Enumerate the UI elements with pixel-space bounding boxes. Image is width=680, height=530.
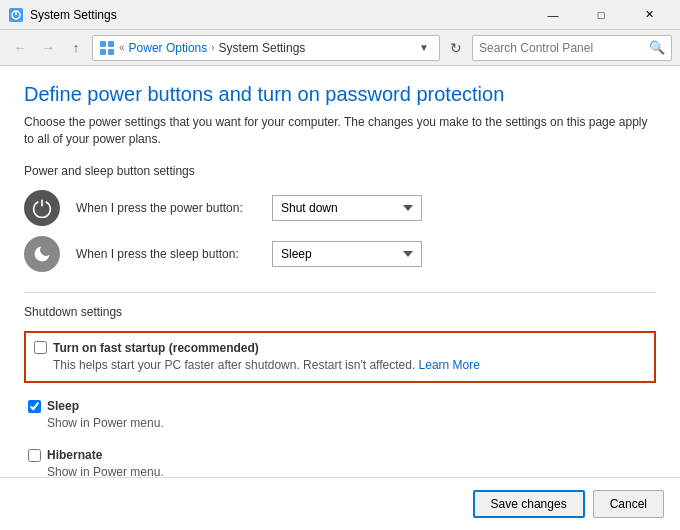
- page-title: Define power buttons and turn on passwor…: [24, 82, 656, 106]
- breadcrumb-prefix: «: [119, 42, 125, 53]
- search-box: 🔍: [472, 35, 672, 61]
- power-sleep-section-title: Power and sleep button settings: [24, 164, 656, 178]
- shutdown-section-title: Shutdown settings: [24, 305, 656, 319]
- fast-startup-checkbox[interactable]: [34, 341, 47, 354]
- breadcrumb-dropdown-button[interactable]: ▼: [415, 40, 433, 55]
- section-divider: [24, 292, 656, 293]
- main-content: Define power buttons and turn on passwor…: [0, 66, 680, 530]
- learn-more-link[interactable]: Learn More: [419, 358, 480, 372]
- window-controls: — □ ✕: [530, 0, 672, 30]
- sleep-item-desc: Show in Power menu.: [47, 415, 652, 432]
- cancel-button[interactable]: Cancel: [593, 490, 664, 518]
- sleep-row: Sleep: [28, 399, 652, 413]
- address-bar: ← → ↑ « Power Options › System Settings …: [0, 30, 680, 66]
- hibernate-checkbox[interactable]: [28, 449, 41, 462]
- title-bar: System Settings — □ ✕: [0, 0, 680, 30]
- fast-startup-item: Turn on fast startup (recommended) This …: [24, 331, 656, 384]
- control-panel-icon: [99, 40, 115, 56]
- sleep-button-label: When I press the sleep button:: [76, 247, 256, 261]
- sleep-icon: [24, 236, 60, 272]
- hibernate-label: Hibernate: [47, 448, 102, 462]
- sleep-button-select[interactable]: Sleep Hibernate Do nothing Turn off the …: [272, 241, 422, 267]
- save-changes-button[interactable]: Save changes: [473, 490, 585, 518]
- sleep-checkbox[interactable]: [28, 400, 41, 413]
- button-settings: When I press the power button: Shut down…: [24, 190, 656, 272]
- maximize-button[interactable]: □: [578, 0, 624, 30]
- up-button[interactable]: ↑: [64, 36, 88, 60]
- svg-rect-6: [108, 49, 114, 55]
- fast-startup-desc: This helps start your PC faster after sh…: [53, 357, 646, 374]
- forward-button[interactable]: →: [36, 36, 60, 60]
- power-button-label: When I press the power button:: [76, 201, 256, 215]
- svg-rect-5: [100, 49, 106, 55]
- page-description: Choose the power settings that you want …: [24, 114, 656, 148]
- sleep-label: Sleep: [47, 399, 79, 413]
- window-title: System Settings: [30, 8, 530, 22]
- window-icon: [8, 7, 24, 23]
- back-button[interactable]: ←: [8, 36, 32, 60]
- search-icon: 🔍: [649, 40, 665, 55]
- breadcrumb-parent[interactable]: Power Options: [129, 41, 208, 55]
- sleep-item: Sleep Show in Power menu.: [24, 395, 656, 436]
- breadcrumb-separator: ›: [211, 42, 214, 53]
- bottom-bar: Save changes Cancel: [0, 477, 680, 530]
- fast-startup-row: Turn on fast startup (recommended): [34, 341, 646, 355]
- breadcrumb-current: System Settings: [219, 41, 306, 55]
- refresh-button[interactable]: ↻: [444, 36, 468, 60]
- minimize-button[interactable]: —: [530, 0, 576, 30]
- power-button-row: When I press the power button: Shut down…: [24, 190, 656, 226]
- power-button-select[interactable]: Shut down Sleep Hibernate Do nothing Tur…: [272, 195, 422, 221]
- power-icon: [24, 190, 60, 226]
- svg-rect-3: [100, 41, 106, 47]
- svg-rect-4: [108, 41, 114, 47]
- fast-startup-label: Turn on fast startup (recommended): [53, 341, 259, 355]
- hibernate-row: Hibernate: [28, 448, 652, 462]
- breadcrumb: « Power Options › System Settings ▼: [92, 35, 440, 61]
- sleep-button-row: When I press the sleep button: Sleep Hib…: [24, 236, 656, 272]
- search-input[interactable]: [479, 41, 649, 55]
- close-button[interactable]: ✕: [626, 0, 672, 30]
